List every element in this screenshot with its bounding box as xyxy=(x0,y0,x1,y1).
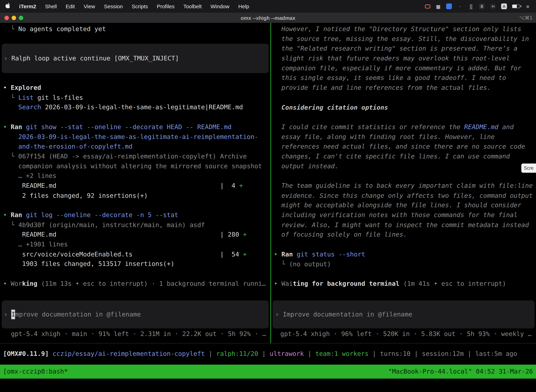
agent-log-left: • Explored └ List git ls-files Search 20… xyxy=(0,73,270,289)
terminal-line: Search 2026-03-09-is-legal-the-same-as-l… xyxy=(0,103,270,112)
bottom-status-area: [OMX#0.11.9] cczip/essay/ai-reimplementa… xyxy=(0,343,536,379)
screen-tooltip[interactable]: Scre xyxy=(522,163,536,173)
menu-item-scripts[interactable]: Scripts xyxy=(132,3,148,9)
terminal-line xyxy=(0,201,270,210)
prompt-char: › xyxy=(275,309,283,319)
notice-prompt-char: › xyxy=(4,54,11,63)
menu-item-toolbelt[interactable]: Toolbelt xyxy=(183,3,202,9)
terminal-line xyxy=(0,73,270,83)
terminal-line: … +2 lines xyxy=(0,171,270,181)
terminal-line: The team guideline is to back every impo… xyxy=(271,181,536,191)
terminal-line: references need actual files, and since … xyxy=(271,142,536,152)
app-grid-icon[interactable]: ⣿ xyxy=(468,3,474,9)
terminal-line: • Explored xyxy=(0,83,270,93)
close-button[interactable] xyxy=(5,15,9,20)
terminal-line: • Ran git log --oneline --decorate -n 5 … xyxy=(0,210,270,220)
model-status-right: gpt-5.4 xhigh · 96% left · 520K in · 5.8… xyxy=(280,329,536,339)
terminal-line: └ 067f154 (HEAD -> essay/ai-reimplementa… xyxy=(0,152,270,161)
model-status-left: gpt-5.4 xhigh · main · 91% left · 2.31M … xyxy=(11,329,270,339)
menu-item-shell[interactable]: Shell xyxy=(45,3,57,9)
terminal-line: However, I noticed the "Directory Struct… xyxy=(271,24,536,34)
pane-right[interactable]: However, I noticed the "Directory Struct… xyxy=(271,23,536,343)
traffic-lights xyxy=(5,13,23,23)
terminal-line xyxy=(0,112,270,122)
terminal-line: and-the-erosion-of-copyleft.md xyxy=(0,142,270,152)
agent-log-left-top: └ No agents completed yet xyxy=(0,24,270,44)
terminal-line: the source tree, missing the essay. Stil… xyxy=(271,34,536,44)
terminal-line: README.md | 280 + xyxy=(0,230,270,240)
menu-bar: iTerm2 Shell Edit View Session Scripts P… xyxy=(0,0,536,13)
terminal-line: • Working (11m 13s • esc to interrupt) ·… xyxy=(0,279,270,289)
terminal-line: └ List git ls-files xyxy=(0,93,270,103)
terminal-line: └ (no output) xyxy=(271,259,536,269)
pane-left[interactable]: └ No agents completed yet › Ralph loop a… xyxy=(0,23,270,343)
ralph-loop-notice: › Ralph loop active continue [OMX_TMUX_I… xyxy=(2,44,269,73)
input-source-icon[interactable]: A xyxy=(501,3,507,9)
tmux-host-clock-label: "MacBook-Pro-44.local" 04:52 31-Mar-26 xyxy=(388,367,533,377)
terminal-line: the "Related research writing" section i… xyxy=(271,44,536,54)
terminal-area: └ No agents completed yet › Ralph loop a… xyxy=(0,23,536,343)
ghostty-icon[interactable]: › xyxy=(457,3,463,9)
terminal-line: companion analysis without altering the … xyxy=(0,161,270,171)
terminal-line: README.md | 4 + xyxy=(0,181,270,191)
notice-text: Ralph loop active continue [OMX_TMUX_INJ… xyxy=(11,54,179,63)
keycap-8-icon[interactable]: 8 xyxy=(479,3,485,9)
raycast-icon[interactable] xyxy=(446,3,452,9)
menu-item-iterm2[interactable]: iTerm2 xyxy=(19,3,36,9)
terminal-line: • Ran git status --short xyxy=(271,250,536,259)
tab-shortcut-label: ⌥⌘1 xyxy=(519,13,533,23)
terminal-line: output instead. xyxy=(271,161,536,171)
terminal-line: src/voice/voiceModeEnabled.ts | 54 + xyxy=(0,249,270,259)
minimize-button[interactable] xyxy=(12,15,16,20)
battery-icon[interactable] xyxy=(512,5,520,8)
menu-item-window[interactable]: Window xyxy=(211,3,229,9)
prompt-text-left: mprove documentation in @filename xyxy=(15,309,141,319)
text-cursor: I xyxy=(11,309,15,319)
zoom-button[interactable] xyxy=(19,15,23,20)
terminal-line: provide file and line references from th… xyxy=(271,83,536,93)
terminal-line xyxy=(271,269,536,279)
terminal-line xyxy=(271,93,536,103)
terminal-line: [OMX#0.11.9] cczip/essay/ai-reimplementa… xyxy=(0,349,536,359)
menu-item-view[interactable]: View xyxy=(84,3,95,9)
keypad-icon[interactable]: ▦ xyxy=(436,3,441,9)
terminal-line: companion file, especially if more comme… xyxy=(271,63,536,73)
menu-bar-status-icons: ▦›⣿8.61A≡ xyxy=(425,3,531,9)
window-title: omx --xhigh --madmax xyxy=(241,15,295,21)
omx-status-bar: [OMX#0.11.9] cczip/essay/ai-reimplementa… xyxy=(0,349,536,359)
terminal-line: 2 files changed, 92 insertions(+) xyxy=(0,191,270,201)
terminal-line: I could cite commit statistics or refere… xyxy=(271,122,536,132)
terminal-line xyxy=(0,269,270,279)
terminal-line: 1903 files changed, 513517 insertions(+) xyxy=(0,259,270,269)
terminal-line: changes, I can't cite specific file line… xyxy=(271,152,536,161)
terminal-line: review. Also, I might want to inspect th… xyxy=(271,220,536,230)
terminal-line: Considering citation options xyxy=(271,103,536,112)
tmux-session-label: [omx-cczip0:bash* xyxy=(3,367,388,377)
title-bar[interactable]: omx --xhigh --madmax ⌥⌘1 xyxy=(0,13,536,23)
prompt-input-left[interactable]: › Improve documentation in @filename xyxy=(2,300,269,328)
control-center-icon[interactable]: ≡ xyxy=(525,3,531,9)
menu-item-profiles[interactable]: Profiles xyxy=(157,3,174,9)
apple-menu[interactable] xyxy=(5,3,10,10)
terminal-line: └ 4b9d30f (origin/main, instructkr/main,… xyxy=(0,220,270,230)
battery-percentage-icon[interactable]: .61 xyxy=(490,3,496,9)
tmux-status-bar: [omx-cczip0:bash* "MacBook-Pro-44.local"… xyxy=(0,365,536,379)
terminal-line xyxy=(271,171,536,181)
terminal-line: … +1901 lines xyxy=(0,240,270,250)
prompt-char: › xyxy=(4,309,11,319)
terminal-line xyxy=(0,34,270,44)
terminal-line: including verification notes with those … xyxy=(271,210,536,220)
prompt-text-right: Improve documentation in @filename xyxy=(283,309,412,319)
menu-item-session[interactable]: Session xyxy=(104,3,123,9)
terminal-line xyxy=(271,240,536,250)
prompt-input-right[interactable]: › Improve documentation in @filename xyxy=(273,300,535,328)
menu-item-help[interactable]: Help xyxy=(238,3,249,9)
terminal-line: essay file, along with finding root file… xyxy=(271,132,536,142)
terminal-line: evidence. Since this change only affects… xyxy=(271,191,536,201)
terminal-line: might be acceptable alongside the file l… xyxy=(271,201,536,210)
desktop: iTerm2 Shell Edit View Session Scripts P… xyxy=(0,0,536,392)
terminal-line: └ No agents completed yet xyxy=(0,24,270,34)
screen-recording-indicator[interactable] xyxy=(425,4,430,8)
menu-item-edit[interactable]: Edit xyxy=(66,3,75,9)
apple-logo-icon xyxy=(5,3,10,10)
